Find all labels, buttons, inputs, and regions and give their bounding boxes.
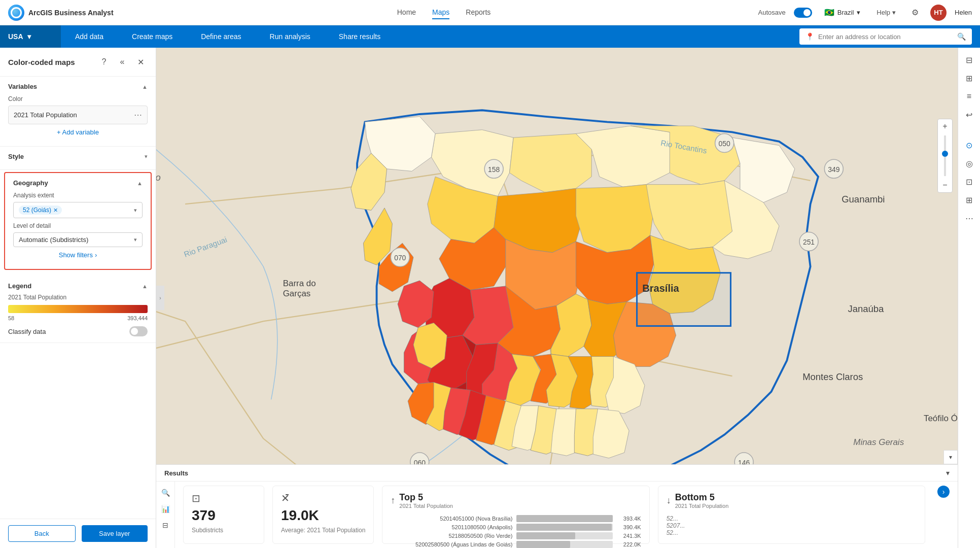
app-logo[interactable]: ArcGIS Business Analyst xyxy=(8,5,114,21)
help-label: Help xyxy=(877,9,890,16)
results-content: ⊡ 379 Subdistricts ✕̄ 19.0K Average: 202… xyxy=(175,482,958,548)
count-label: Subdistricts xyxy=(192,527,256,534)
variable-options-icon[interactable]: ⋯ xyxy=(134,110,142,120)
style-section: Style ▾ xyxy=(0,147,156,170)
second-nav: USA ▾ Add data Create maps Define areas … xyxy=(0,25,980,48)
results-toggle-button[interactable]: ▾ xyxy=(943,450,958,464)
avg-value: 19.0K xyxy=(281,507,365,524)
add-variable-button[interactable]: + Add variable xyxy=(8,124,148,140)
bar-track xyxy=(516,541,612,548)
zoom-out-button[interactable]: − xyxy=(938,178,952,192)
close-icon-btn[interactable]: ✕ xyxy=(133,55,148,69)
country-selector[interactable]: 🇧🇷 Brazil ▾ xyxy=(820,6,865,19)
top5-arrow-icon: ↑ xyxy=(391,495,395,506)
search-input[interactable] xyxy=(818,33,953,41)
top-nav-links: Home Maps Reports xyxy=(130,6,758,19)
bar-track xyxy=(516,532,612,539)
svg-text:Minas Gerais: Minas Gerais xyxy=(853,437,904,447)
left-panel-toggle[interactable]: › xyxy=(156,286,164,310)
top5-label: Top 5 xyxy=(399,492,453,503)
analysis-extent-dropdown[interactable]: 52 (Goiás) ✕ ▾ xyxy=(13,202,143,218)
zoom-in-button[interactable]: + xyxy=(938,119,952,133)
level-of-detail-chevron-icon: ▾ xyxy=(134,236,137,243)
tag-remove-icon[interactable]: ✕ xyxy=(53,207,58,214)
results-table-tool[interactable]: ⊟ xyxy=(158,518,172,532)
expand-results-button[interactable]: › xyxy=(937,486,950,498)
legend-gradient-bar xyxy=(8,305,148,313)
main-area: Color-coded maps ? « ✕ Variables ▲ Color… xyxy=(0,48,980,548)
avatar[interactable]: HT xyxy=(930,5,947,21)
back-extent-tool[interactable]: ↩ xyxy=(961,107,977,123)
nav-add-data[interactable]: Add data xyxy=(61,25,118,48)
nav-create-maps[interactable]: Create maps xyxy=(118,25,187,48)
classify-label: Classify data xyxy=(8,328,46,335)
nav-home[interactable]: Home xyxy=(397,6,416,19)
logo-icon xyxy=(8,5,24,21)
user-name[interactable]: Helen xyxy=(955,9,972,16)
nav-run-analysis[interactable]: Run analysis xyxy=(256,25,325,48)
results-chart-tool[interactable]: 📊 xyxy=(158,502,172,516)
search-bar[interactable]: 📍 🔍 xyxy=(799,28,972,45)
legend-var-name: 2021 Total Population xyxy=(8,294,148,301)
map-container[interactable]: 158 050 349 070 060 316 146 251 Mato Gro… xyxy=(156,48,980,548)
bookmarks-tool[interactable]: ⊟ xyxy=(961,52,977,68)
show-filters-button[interactable]: Show filters › xyxy=(13,247,143,263)
avg-label: Average: 2021 Total Population xyxy=(281,527,365,534)
legend-max: 393,444 xyxy=(127,315,148,321)
top-nav: ArcGIS Business Analyst Home Maps Report… xyxy=(0,0,980,25)
bottom5-arrow-icon: ↓ xyxy=(667,495,671,506)
count-card: ⊡ 379 Subdistricts xyxy=(183,486,264,544)
save-layer-button[interactable]: Save layer xyxy=(82,525,148,542)
settings-icon[interactable]: ⚙ xyxy=(908,6,922,20)
country-name: Brazil xyxy=(837,9,854,16)
more-tools[interactable]: ⋯ xyxy=(961,210,977,226)
zoom-slider[interactable] xyxy=(944,135,946,176)
level-of-detail-label: Level of detail xyxy=(13,222,143,229)
variables-header[interactable]: Variables ▲ xyxy=(8,83,148,90)
sidebar-header: Color-coded maps ? « ✕ xyxy=(0,48,156,77)
layers-tool[interactable]: ⊞ xyxy=(961,70,977,86)
svg-text:349: 349 xyxy=(828,165,839,174)
analysis-extent-chevron-icon: ▾ xyxy=(134,207,137,214)
level-of-detail-dropdown[interactable]: Automatic (Subdistricts) ▾ xyxy=(13,232,143,247)
results-zoom-tool[interactable]: 🔍 xyxy=(158,486,172,500)
svg-text:Mato Grosso: Mato Grosso xyxy=(156,172,161,183)
map-tools: ⊟ ⊞ ≡ ↩ ⊙ ◎ ⊡ ⊞ ⋯ xyxy=(958,48,980,548)
collapse-icon-btn[interactable]: « xyxy=(115,55,129,69)
bar-value: 390.4K xyxy=(617,524,641,530)
legend-tool[interactable]: ≡ xyxy=(961,88,977,105)
results-collapse-icon[interactable]: ▾ xyxy=(946,469,950,477)
country-chevron: ▾ xyxy=(857,9,860,16)
bar-name: 52014051000 (Nova Brasília) xyxy=(391,516,512,522)
fullscreen-tool[interactable]: ⊡ xyxy=(961,174,977,190)
style-header[interactable]: Style ▾ xyxy=(8,153,148,160)
bar-name: 52188050500 (Rio Verde) xyxy=(391,533,512,539)
legend-header[interactable]: Legend ▲ xyxy=(8,282,148,290)
geography-header[interactable]: Geography ▲ xyxy=(13,179,143,187)
table-tool[interactable]: ⊞ xyxy=(961,192,977,208)
second-nav-links: Add data Create maps Define areas Run an… xyxy=(61,25,799,48)
bar-value: 222.0K xyxy=(617,541,641,547)
nav-reports[interactable]: Reports xyxy=(466,6,491,19)
region-dropdown[interactable]: USA ▾ xyxy=(0,25,61,48)
help-button[interactable]: Help ▾ xyxy=(872,7,900,18)
help-icon-btn[interactable]: ? xyxy=(97,55,111,69)
zoom-thumb xyxy=(942,151,948,157)
autosave-label: Autosave xyxy=(758,9,786,16)
sidebar-footer: Back Save layer xyxy=(0,519,156,548)
svg-text:Janaúba: Janaúba xyxy=(848,303,885,314)
bar-fill xyxy=(516,541,570,548)
geolocation-tool[interactable]: ◎ xyxy=(961,155,977,172)
top5-bar-item: 52002580500 (Águas Lindas de Goiás) 222.… xyxy=(391,541,641,548)
nav-share-results[interactable]: Share results xyxy=(325,25,395,48)
geography-section: Geography ▲ Analysis extent 52 (Goiás) ✕… xyxy=(4,172,152,270)
classify-toggle[interactable] xyxy=(129,326,148,336)
nav-maps[interactable]: Maps xyxy=(432,6,449,19)
bar-fill xyxy=(516,524,611,531)
back-button[interactable]: Back xyxy=(8,525,76,542)
zoom-home-tool[interactable]: ⊙ xyxy=(961,137,977,153)
autosave-toggle[interactable] xyxy=(794,8,812,18)
bottom5-sublabel: 2021 Total Population xyxy=(675,503,729,509)
variables-section: Variables ▲ Color 2021 Total Population … xyxy=(0,77,156,147)
nav-define-areas[interactable]: Define areas xyxy=(187,25,255,48)
